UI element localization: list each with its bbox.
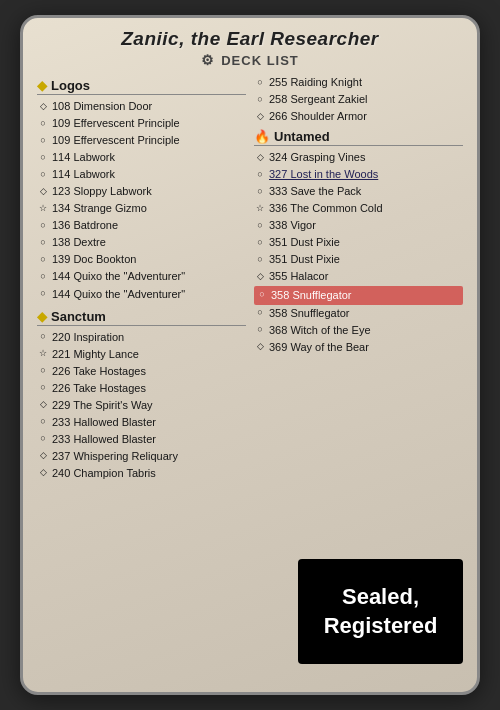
circle-icon: [254, 93, 266, 107]
list-item: 368 Witch of the Eye: [254, 322, 463, 339]
list-item: 233 Hallowed Blaster: [37, 431, 246, 448]
list-item-highlighted: 358 Snufflegator: [254, 286, 463, 305]
list-item: 109 Effervescent Principle: [37, 115, 246, 132]
sanctum-label: Sanctum: [51, 309, 106, 324]
logos-section-header: ◆ Logos: [37, 78, 246, 95]
circle-icon: [37, 151, 49, 165]
card-title: Zaniic, the Earl Researcher: [37, 28, 463, 50]
circle-icon: [37, 236, 49, 250]
list-item: 240 Champion Tabris: [37, 465, 246, 482]
list-item: 108 Dimension Door: [37, 98, 246, 115]
list-item: 109 Effervescent Principle: [37, 132, 246, 149]
sealed-text: Sealed, Registered: [324, 583, 438, 640]
sanctum-section-header: ◆ Sanctum: [37, 309, 246, 326]
list-item: 144 Quixo the "Adventurer": [37, 286, 246, 303]
card: Zaniic, the Earl Researcher ⚙ DECK LIST …: [20, 15, 480, 695]
list-item: 134 Strange Gizmo: [37, 200, 246, 217]
columns-container: ◆ Logos 108 Dimension Door 109 Effervesc…: [37, 74, 463, 482]
circle-icon: [254, 306, 266, 320]
circle-icon: [37, 117, 49, 131]
diamond-icon: [37, 185, 49, 199]
circle-icon: [37, 219, 49, 233]
list-item: 358 Snufflegator: [254, 305, 463, 322]
diamond-icon: [37, 466, 49, 480]
list-item: 226 Take Hostages: [37, 380, 246, 397]
sanctum-icon: ◆: [37, 309, 47, 324]
list-item: 139 Doc Bookton: [37, 251, 246, 268]
circle-icon: [37, 364, 49, 378]
circle-icon: [256, 288, 268, 302]
left-column: ◆ Logos 108 Dimension Door 109 Effervesc…: [37, 74, 246, 482]
list-item: 351 Dust Pixie: [254, 251, 463, 268]
list-item: 255 Raiding Knight: [254, 74, 463, 91]
list-item: 237 Whispering Reliquary: [37, 448, 246, 465]
star-icon: [37, 202, 49, 216]
circle-icon: [254, 168, 266, 182]
circle-icon: [37, 253, 49, 267]
list-item: 114 Labwork: [37, 166, 246, 183]
list-item: 324 Grasping Vines: [254, 149, 463, 166]
list-item: 266 Shoulder Armor: [254, 108, 463, 125]
logos-icon: ◆: [37, 78, 47, 93]
circle-icon: [254, 219, 266, 233]
circle-icon: [37, 270, 49, 284]
list-item: 233 Hallowed Blaster: [37, 414, 246, 431]
list-item: 220 Inspiration: [37, 329, 246, 346]
star-icon: [254, 202, 266, 216]
circle-icon: [254, 236, 266, 250]
list-item: 336 The Common Cold: [254, 200, 463, 217]
circle-icon: [254, 76, 266, 90]
list-item: 369 Way of the Bear: [254, 339, 463, 356]
sealed-registered-box: Sealed, Registered: [298, 559, 463, 664]
circle-icon: [37, 381, 49, 395]
diamond-icon: [254, 270, 266, 284]
list-item: 229 The Spirit's Way: [37, 397, 246, 414]
list-item: 226 Take Hostages: [37, 363, 246, 380]
circle-icon: [37, 432, 49, 446]
list-item: 327 Lost in the Woods: [254, 166, 463, 183]
diamond-icon: [37, 449, 49, 463]
list-item: 351 Dust Pixie: [254, 234, 463, 251]
circle-icon: [37, 134, 49, 148]
list-item: 258 Sergeant Zakiel: [254, 91, 463, 108]
logos-label: Logos: [51, 78, 90, 93]
list-item: 338 Vigor: [254, 217, 463, 234]
circle-icon: [254, 323, 266, 337]
right-column: 255 Raiding Knight 258 Sergeant Zakiel 2…: [254, 74, 463, 482]
circle-icon: [37, 330, 49, 344]
diamond-icon: [254, 151, 266, 165]
diamond-icon: [254, 110, 266, 124]
circle-icon: [37, 415, 49, 429]
list-item: 355 Halacor: [254, 268, 463, 285]
star-icon: [37, 347, 49, 361]
circle-icon: [254, 253, 266, 267]
list-item: 136 Batdrone: [37, 217, 246, 234]
gear-icon: ⚙: [201, 52, 215, 68]
untamed-icon: 🔥: [254, 129, 270, 144]
diamond-icon: [37, 100, 49, 114]
untamed-section-header: 🔥 Untamed: [254, 129, 463, 146]
list-item: 221 Mighty Lance: [37, 346, 246, 363]
list-item: 144 Quixo the "Adventurer": [37, 268, 246, 285]
logos-right-items: 255 Raiding Knight 258 Sergeant Zakiel 2…: [254, 74, 463, 125]
diamond-icon: [37, 398, 49, 412]
diamond-icon: [254, 340, 266, 354]
list-item: 114 Labwork: [37, 149, 246, 166]
circle-icon: [37, 287, 49, 301]
deck-list-header: ⚙ DECK LIST: [37, 52, 463, 68]
circle-icon: [254, 185, 266, 199]
list-item: 333 Save the Pack: [254, 183, 463, 200]
list-item: 138 Dextre: [37, 234, 246, 251]
untamed-label: Untamed: [274, 129, 330, 144]
circle-icon: [37, 168, 49, 182]
list-item: 123 Sloppy Labwork: [37, 183, 246, 200]
